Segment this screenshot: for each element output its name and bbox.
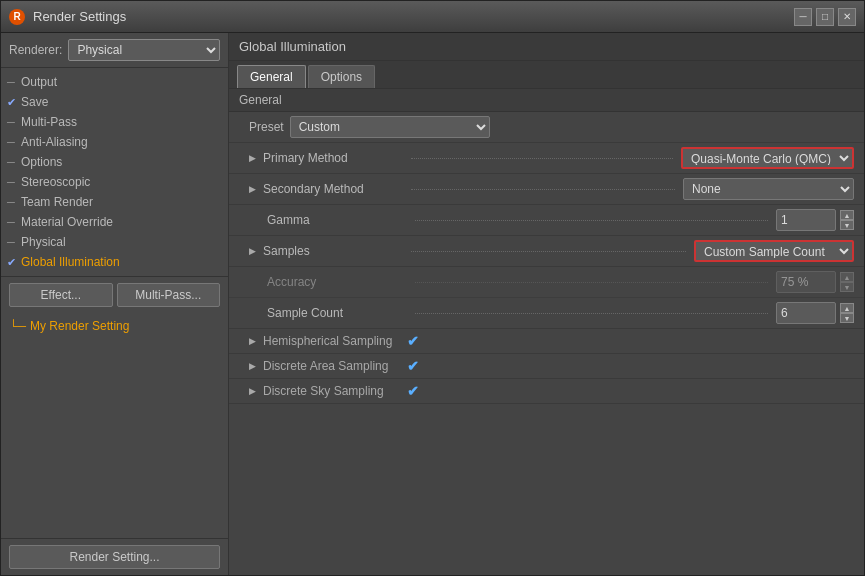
title-bar: R Render Settings ─ □ ✕ (1, 1, 864, 33)
sidebar-label-options: Options (21, 155, 62, 169)
sample-count-spin-up[interactable]: ▲ (840, 303, 854, 313)
hemispherical-row: ▶ Hemispherical Sampling ✔ (229, 329, 864, 354)
samples-triangle: ▶ (249, 246, 256, 256)
discrete-sky-check[interactable]: ✔ (407, 383, 419, 399)
tab-general[interactable]: General (237, 65, 306, 88)
sidebar-label-physical: Physical (21, 235, 66, 249)
secondary-method-triangle: ▶ (249, 184, 256, 194)
accuracy-label: Accuracy (267, 275, 407, 289)
discrete-sky-row: ▶ Discrete Sky Sampling ✔ (229, 379, 864, 404)
discrete-area-row: ▶ Discrete Area Sampling ✔ (229, 354, 864, 379)
sidebar-label-stereo: Stereoscopic (21, 175, 90, 189)
sidebar-item-physical[interactable]: ─ Physical (1, 232, 228, 252)
sidebar-item-stereoscopic[interactable]: ─ Stereoscopic (1, 172, 228, 192)
sample-count-label: Sample Count (267, 306, 407, 320)
samples-label: Samples (263, 244, 403, 258)
renderer-label: Renderer: (9, 43, 62, 57)
primary-method-row: ▶ Primary Method Quasi-Monte Carlo (QMC)… (229, 143, 864, 174)
gamma-spin-up[interactable]: ▲ (840, 210, 854, 220)
secondary-method-select[interactable]: None Quasi-Monte Carlo (QMC) Irradiance … (683, 178, 854, 200)
hemispherical-triangle: ▶ (249, 336, 256, 346)
sidebar-action-buttons: Effect... Multi-Pass... (1, 276, 228, 313)
sidebar-item-teamrender[interactable]: ─ Team Render (1, 192, 228, 212)
sidebar-label-antialiasing: Anti-Aliasing (21, 135, 88, 149)
accuracy-spin-up[interactable]: ▲ (840, 272, 854, 282)
gamma-dots (415, 220, 768, 221)
section-header: Global Illumination (229, 33, 864, 61)
sample-count-spinner: ▲ ▼ (840, 303, 854, 323)
stereo-dash: ─ (7, 176, 15, 188)
render-setting-prefix: └─ (9, 319, 26, 333)
accuracy-spinner: ▲ ▼ (840, 272, 854, 292)
sample-count-spin-down[interactable]: ▼ (840, 313, 854, 323)
render-setting-name: My Render Setting (30, 319, 129, 333)
minimize-button[interactable]: ─ (794, 8, 812, 26)
output-dash: ─ (7, 76, 15, 88)
hemispherical-check[interactable]: ✔ (407, 333, 419, 349)
preset-row: Preset Custom Interior Exterior Preview (229, 112, 864, 143)
accuracy-row: Accuracy ▲ ▼ (229, 267, 864, 298)
sidebar-item-save[interactable]: ✔ Save (1, 92, 228, 112)
renderer-select[interactable]: Physical (68, 39, 220, 61)
materialoverride-dash: ─ (7, 216, 15, 228)
discrete-sky-label: Discrete Sky Sampling (263, 384, 403, 398)
sample-count-dots (415, 313, 768, 314)
group-header-general: General (229, 89, 864, 112)
samples-dots (411, 251, 686, 252)
gamma-spin-down[interactable]: ▼ (840, 220, 854, 230)
multipass-dash: ─ (7, 116, 15, 128)
sidebar-item-options[interactable]: ─ Options (1, 152, 228, 172)
options-dash: ─ (7, 156, 15, 168)
effect-button[interactable]: Effect... (9, 283, 113, 307)
sidebar-item-output[interactable]: ─ Output (1, 72, 228, 92)
primary-method-triangle: ▶ (249, 153, 256, 163)
sidebar-item-antialiasing[interactable]: ─ Anti-Aliasing (1, 132, 228, 152)
accuracy-input[interactable] (776, 271, 836, 293)
accuracy-spin-down[interactable]: ▼ (840, 282, 854, 292)
sidebar-label-globalillum: Global Illumination (21, 255, 120, 269)
sidebar-item-multipass[interactable]: ─ Multi-Pass (1, 112, 228, 132)
window-controls: ─ □ ✕ (794, 8, 856, 26)
discrete-area-triangle: ▶ (249, 361, 256, 371)
sidebar-item-materialoverride[interactable]: ─ Material Override (1, 212, 228, 232)
save-check: ✔ (7, 96, 16, 109)
sidebar-label-materialoverride: Material Override (21, 215, 113, 229)
primary-method-select[interactable]: Quasi-Monte Carlo (QMC) Irradiance Cache… (681, 147, 854, 169)
sidebar: Renderer: Physical ─ Output ✔ Save ─ Mul… (1, 33, 229, 575)
primary-method-dots (411, 158, 673, 159)
multipass-button[interactable]: Multi-Pass... (117, 283, 221, 307)
gamma-input[interactable] (776, 209, 836, 231)
discrete-area-label: Discrete Area Sampling (263, 359, 403, 373)
sidebar-label-output: Output (21, 75, 57, 89)
discrete-area-check[interactable]: ✔ (407, 358, 419, 374)
tab-options[interactable]: Options (308, 65, 375, 88)
samples-select[interactable]: Custom Sample Count Low Medium High (694, 240, 854, 262)
sample-count-input[interactable] (776, 302, 836, 324)
maximize-button[interactable]: □ (816, 8, 834, 26)
gamma-row: Gamma ▲ ▼ (229, 205, 864, 236)
antialiasing-dash: ─ (7, 136, 15, 148)
sidebar-spacer (1, 339, 228, 539)
teamrender-dash: ─ (7, 196, 15, 208)
sidebar-items-list: ─ Output ✔ Save ─ Multi-Pass ─ Anti-Alia… (1, 68, 228, 276)
main-panel: Global Illumination General Options Gene… (229, 33, 864, 575)
sidebar-label-teamrender: Team Render (21, 195, 93, 209)
globalillum-check: ✔ (7, 256, 16, 269)
physical-dash: ─ (7, 236, 15, 248)
secondary-method-dots (411, 189, 675, 190)
hemispherical-label: Hemispherical Sampling (263, 334, 403, 348)
sidebar-label-save: Save (21, 95, 48, 109)
primary-method-label: Primary Method (263, 151, 403, 165)
discrete-sky-triangle: ▶ (249, 386, 256, 396)
window-title: Render Settings (33, 9, 794, 24)
render-setting-button[interactable]: Render Setting... (9, 545, 220, 569)
render-settings-window: R Render Settings ─ □ ✕ Renderer: Physic… (0, 0, 865, 576)
preset-label: Preset (249, 120, 284, 134)
renderer-row: Renderer: Physical (1, 33, 228, 68)
secondary-method-row: ▶ Secondary Method None Quasi-Monte Carl… (229, 174, 864, 205)
bottom-button-area: Render Setting... (1, 538, 228, 575)
sidebar-item-globalillum[interactable]: ✔ Global Illumination (1, 252, 228, 272)
my-render-setting[interactable]: └─ My Render Setting (1, 313, 228, 339)
close-button[interactable]: ✕ (838, 8, 856, 26)
preset-select[interactable]: Custom Interior Exterior Preview (290, 116, 490, 138)
